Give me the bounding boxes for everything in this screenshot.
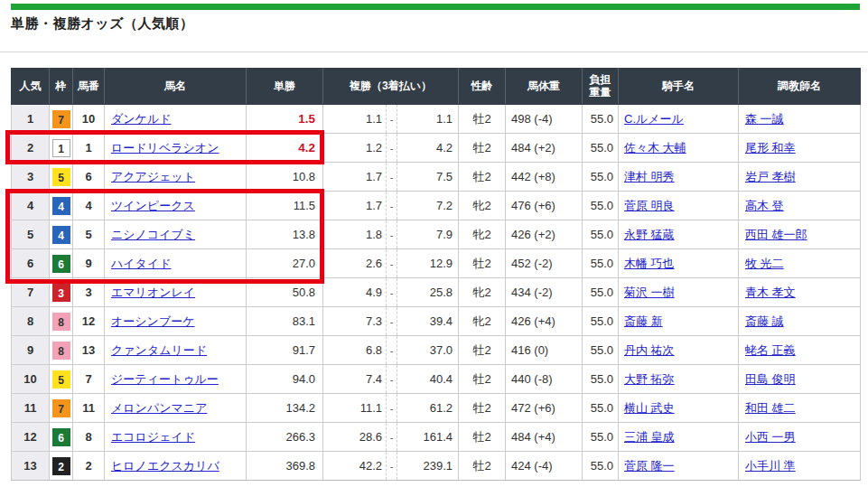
header-row: 人気 枠 馬番 馬名 単勝 複勝（3着払い） 性齢 馬体重 負担重量 騎手名 調… — [12, 69, 861, 105]
trainer-link[interactable]: 蛯名 正義 — [745, 343, 796, 357]
jockey-cell: 佐々木 大輔 — [619, 134, 739, 163]
header-rank: 人気 — [12, 69, 50, 105]
place-odds-high-cell: 61.2 — [397, 394, 459, 423]
win-odds-cell: 10.8 — [247, 163, 323, 192]
place-odds-separator: - — [387, 365, 397, 394]
trainer-link[interactable]: 田島 俊明 — [745, 372, 796, 386]
horse-name-link[interactable]: アクアジェット — [111, 170, 195, 183]
jockey-link[interactable]: 佐々木 大輔 — [624, 141, 686, 155]
sex-age-cell: 牡2 — [459, 423, 506, 452]
rank-cell: 7 — [12, 278, 50, 307]
trainer-cell: 蛯名 正義 — [739, 336, 861, 365]
trainer-link[interactable]: 小手川 準 — [745, 459, 796, 473]
horse-name-link[interactable]: ツインピークス — [111, 199, 195, 212]
jockey-link[interactable]: 斎藤 新 — [624, 314, 663, 328]
horse-number-cell: 10 — [73, 105, 105, 134]
jockey-link[interactable]: 菅原 隆一 — [624, 459, 675, 473]
trainer-link[interactable]: 和田 雄二 — [745, 401, 796, 415]
jockey-link[interactable]: 木幡 巧也 — [624, 257, 675, 270]
place-odds-high-cell: 40.4 — [397, 365, 459, 394]
odds-table: 人気 枠 馬番 馬名 単勝 複勝（3着払い） 性齢 馬体重 負担重量 騎手名 調… — [11, 68, 861, 481]
sex-age-cell: 牡2 — [459, 163, 506, 192]
frame-cell: 8 — [50, 336, 73, 365]
trainer-link[interactable]: 青木 孝文 — [745, 286, 796, 299]
frame-cell: 7 — [50, 394, 73, 423]
horse-number-cell: 8 — [73, 423, 105, 452]
horse-weight-cell: 426 (+2) — [506, 220, 583, 249]
trainer-link[interactable]: 岩戸 孝樹 — [745, 170, 796, 183]
jockey-link[interactable]: 菅原 明良 — [624, 199, 675, 212]
frame-number-badge: 5 — [52, 370, 70, 389]
horse-name-cell: クァンタムリード — [105, 336, 247, 365]
horse-name-link[interactable]: オーシンブーケ — [111, 314, 195, 328]
horse-name-link[interactable]: クァンタムリード — [111, 343, 207, 357]
trainer-link[interactable]: 高木 登 — [745, 199, 784, 212]
jockey-cell: 津村 明秀 — [619, 163, 739, 192]
horse-name-link[interactable]: ヒロノエクスカリバ — [111, 459, 219, 473]
table-row: 4 4 4 ツインピークス 11.5 1.7 - 7.2 牝2 476 (+6)… — [12, 192, 861, 220]
trainer-link[interactable]: 小西 一男 — [745, 430, 796, 444]
frame-number-badge: 6 — [52, 428, 70, 446]
jockey-link[interactable]: 津村 明秀 — [624, 170, 675, 183]
jockey-link[interactable]: C.ルメール — [624, 112, 684, 126]
place-odds-high-cell: 239.1 — [397, 452, 459, 481]
jockey-link[interactable]: 三浦 皇成 — [624, 430, 675, 444]
table-row: 3 5 6 アクアジェット 10.8 1.7 - 7.5 牡2 442 (+8)… — [12, 163, 861, 192]
win-odds-cell: 1.5 — [247, 105, 323, 134]
horse-number-cell: 11 — [73, 394, 105, 423]
rank-cell: 12 — [12, 423, 50, 452]
rank-cell: 11 — [12, 394, 50, 423]
place-odds-high-cell: 7.5 — [397, 163, 459, 192]
frame-number-badge: 4 — [52, 226, 70, 244]
header-jockey: 騎手名 — [619, 69, 739, 105]
trainer-link[interactable]: 牧 光二 — [745, 257, 784, 270]
trainer-link[interactable]: 西田 雄一郎 — [745, 228, 807, 241]
frame-cell: 6 — [50, 423, 73, 452]
frame-number-badge: 8 — [52, 342, 70, 360]
jockey-cell: 菅原 隆一 — [619, 452, 739, 481]
horse-name-link[interactable]: エマリオンレイ — [111, 286, 195, 299]
jockey-link[interactable]: 永野 猛蔵 — [624, 228, 675, 241]
rank-cell: 13 — [12, 452, 50, 481]
header-place-odds: 複勝（3着払い） — [323, 69, 459, 105]
table-row: 13 2 2 ヒロノエクスカリバ 369.8 42.2 - 239.1 牡2 4… — [12, 452, 861, 481]
page-title: 単勝・複勝オッズ（人気順） — [11, 15, 194, 33]
jockey-link[interactable]: 大野 拓弥 — [624, 372, 675, 386]
load-weight-cell: 55.0 — [583, 452, 619, 481]
trainer-link[interactable]: 斎藤 誠 — [745, 314, 784, 328]
jockey-link[interactable]: 横山 武史 — [624, 401, 675, 415]
win-odds-cell: 369.8 — [247, 452, 323, 481]
horse-name-link[interactable]: ニシノコイブミ — [111, 228, 195, 241]
place-odds-low-cell: 2.6 — [323, 249, 387, 278]
table-row: 7 3 3 エマリオンレイ 50.8 4.9 - 25.8 牝2 434 (-2… — [12, 278, 861, 307]
horse-name-link[interactable]: ダンケルド — [111, 112, 172, 126]
win-odds-cell: 11.5 — [247, 192, 323, 220]
horse-name-link[interactable]: エコロジェイド — [111, 430, 195, 444]
top-accent-bar — [11, 4, 860, 10]
horse-name-link[interactable]: ロードリベラシオン — [111, 141, 219, 155]
place-odds-high-cell: 161.4 — [397, 423, 459, 452]
sex-age-cell: 牝2 — [459, 192, 506, 220]
jockey-link[interactable]: 丹内 祐次 — [624, 343, 675, 357]
win-odds-cell: 266.3 — [247, 423, 323, 452]
rank-cell: 4 — [12, 192, 50, 220]
horse-name-link[interactable]: メロンパンマニア — [111, 401, 207, 415]
place-odds-separator: - — [387, 307, 397, 336]
frame-number-badge: 7 — [52, 110, 70, 128]
horse-name-link[interactable]: ジーティートゥルー — [111, 372, 219, 386]
rank-cell: 8 — [12, 307, 50, 336]
place-odds-high-cell: 39.4 — [397, 307, 459, 336]
horse-name-cell: アクアジェット — [105, 163, 247, 192]
load-weight-cell: 55.0 — [583, 394, 619, 423]
load-weight-cell: 55.0 — [583, 423, 619, 452]
horse-number-cell: 9 — [73, 249, 105, 278]
trainer-link[interactable]: 森 一誠 — [745, 112, 784, 126]
horse-number-cell: 4 — [73, 192, 105, 220]
horse-name-link[interactable]: ハイタイド — [111, 257, 172, 270]
jockey-link[interactable]: 菊沢 一樹 — [624, 286, 675, 299]
horse-weight-cell: 498 (-4) — [506, 105, 583, 134]
place-odds-separator: - — [387, 192, 397, 220]
horse-weight-cell: 426 (+4) — [506, 307, 583, 336]
trainer-link[interactable]: 尾形 和幸 — [745, 141, 796, 155]
horse-number-cell: 12 — [73, 307, 105, 336]
